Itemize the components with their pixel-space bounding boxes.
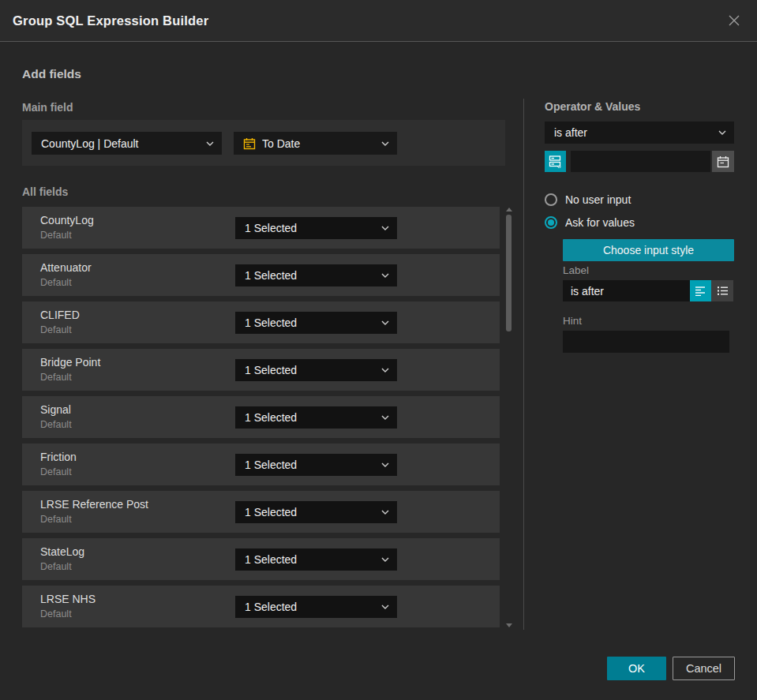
field-name: Bridge Point bbox=[40, 356, 100, 369]
selected-count-label: 1 Selected bbox=[245, 269, 381, 282]
field-sublabel: Default bbox=[40, 277, 72, 288]
value-calendar-button[interactable] bbox=[712, 151, 734, 172]
chevron-down-icon bbox=[381, 320, 389, 325]
field-name: Attenuator bbox=[40, 261, 92, 274]
hint-input[interactable] bbox=[563, 331, 729, 353]
chevron-down-icon bbox=[381, 273, 389, 278]
chevron-down-icon bbox=[381, 510, 389, 515]
scrollbar-down-arrow[interactable] bbox=[506, 623, 512, 627]
choose-input-style-button[interactable]: Choose input style bbox=[563, 239, 734, 261]
single-line-style-button[interactable] bbox=[690, 280, 711, 301]
field-selected-dropdown[interactable]: 1 Selected bbox=[235, 501, 397, 523]
selected-count-label: 1 Selected bbox=[245, 506, 381, 518]
chevron-down-icon bbox=[381, 141, 389, 146]
dialog-title: Group SQL Expression Builder bbox=[13, 13, 208, 28]
radio-ask-for-values[interactable]: Ask for values bbox=[545, 216, 635, 229]
close-icon bbox=[727, 13, 741, 28]
operator-values-heading: Operator & Values bbox=[545, 100, 640, 113]
field-sublabel: Default bbox=[40, 608, 72, 620]
all-fields-list: CountyLog Default 1 Selected Attenuator … bbox=[22, 207, 500, 627]
operator-dropdown[interactable]: is after bbox=[545, 122, 734, 144]
field-sublabel: Default bbox=[40, 419, 72, 430]
radio-circle-icon bbox=[545, 193, 557, 206]
chevron-down-icon bbox=[381, 462, 389, 467]
hint-caption: Hint bbox=[563, 315, 582, 327]
operator-dropdown-value: is after bbox=[554, 126, 718, 139]
chevron-down-icon bbox=[206, 141, 214, 146]
field-sublabel: Default bbox=[40, 230, 72, 241]
field-name: CountyLog bbox=[40, 214, 94, 226]
main-field-date-dropdown[interactable]: To Date bbox=[234, 132, 397, 155]
field-name: LRSE NHS bbox=[40, 593, 96, 605]
field-row: CountyLog Default 1 Selected bbox=[22, 207, 500, 249]
bullet-list-icon bbox=[717, 286, 729, 296]
field-name: Friction bbox=[40, 451, 77, 463]
field-selected-dropdown[interactable]: 1 Selected bbox=[235, 217, 397, 239]
scrollbar-up-arrow[interactable] bbox=[506, 208, 512, 211]
field-row: Bridge Point Default 1 Selected bbox=[22, 349, 500, 391]
selected-count-label: 1 Selected bbox=[245, 459, 381, 471]
value-mode-button[interactable] bbox=[545, 151, 566, 172]
selected-count-label: 1 Selected bbox=[245, 222, 381, 234]
label-input[interactable] bbox=[563, 280, 690, 301]
radio-no-user-input-label: No user input bbox=[565, 193, 631, 206]
calendar-icon bbox=[717, 155, 729, 168]
field-row: Attenuator Default 1 Selected bbox=[22, 254, 500, 296]
stacked-rows-icon bbox=[549, 155, 562, 168]
chevron-down-icon bbox=[381, 605, 389, 609]
field-row: Friction Default 1 Selected bbox=[22, 444, 500, 485]
field-selected-dropdown[interactable]: 1 Selected bbox=[235, 359, 397, 381]
field-sublabel: Default bbox=[40, 324, 72, 335]
cancel-button[interactable]: Cancel bbox=[673, 657, 735, 680]
add-fields-heading: Add fields bbox=[22, 67, 81, 81]
dialog-header: Group SQL Expression Builder bbox=[0, 0, 757, 42]
main-field-heading: Main field bbox=[22, 101, 73, 114]
field-row: LRSE NHS Default 1 Selected bbox=[22, 586, 500, 627]
align-left-icon bbox=[695, 286, 706, 296]
selected-count-label: 1 Selected bbox=[245, 411, 381, 424]
list-style-button[interactable] bbox=[711, 280, 733, 301]
main-field-bar: CountyLog | Default To Date bbox=[22, 120, 505, 166]
main-field-dropdown[interactable]: CountyLog | Default bbox=[32, 132, 222, 155]
group-sql-expression-builder-dialog: Group SQL Expression Builder Add fields … bbox=[0, 0, 757, 700]
main-field-dropdown-value: CountyLog | Default bbox=[41, 137, 206, 150]
chevron-down-icon bbox=[381, 226, 389, 230]
field-row: Signal Default 1 Selected bbox=[22, 396, 500, 438]
panel-divider bbox=[523, 99, 524, 630]
field-sublabel: Default bbox=[40, 466, 72, 477]
field-selected-dropdown[interactable]: 1 Selected bbox=[235, 548, 397, 571]
field-name: CLIFED bbox=[40, 309, 80, 321]
field-name: LRSE Reference Post bbox=[40, 498, 148, 511]
selected-count-label: 1 Selected bbox=[245, 364, 381, 376]
field-selected-dropdown[interactable]: 1 Selected bbox=[235, 454, 397, 476]
field-selected-dropdown[interactable]: 1 Selected bbox=[235, 312, 397, 334]
selected-count-label: 1 Selected bbox=[245, 601, 381, 613]
field-name: Signal bbox=[40, 403, 71, 416]
radio-no-user-input[interactable]: No user input bbox=[545, 193, 631, 206]
chevron-down-icon bbox=[381, 415, 389, 420]
selected-count-label: 1 Selected bbox=[245, 553, 381, 566]
value-input[interactable] bbox=[571, 151, 710, 172]
scrollbar-thumb[interactable] bbox=[506, 215, 512, 331]
chevron-down-icon bbox=[381, 368, 389, 372]
all-fields-heading: All fields bbox=[22, 185, 68, 198]
field-selected-dropdown[interactable]: 1 Selected bbox=[235, 406, 397, 429]
field-sublabel: Default bbox=[40, 561, 72, 572]
selected-count-label: 1 Selected bbox=[245, 316, 381, 329]
field-sublabel: Default bbox=[40, 372, 72, 383]
field-name: StateLog bbox=[40, 545, 84, 558]
chevron-down-icon bbox=[718, 130, 726, 135]
field-row: StateLog Default 1 Selected bbox=[22, 538, 500, 580]
field-row: CLIFED Default 1 Selected bbox=[22, 301, 500, 343]
ok-button[interactable]: OK bbox=[607, 657, 666, 680]
field-row: LRSE Reference Post Default 1 Selected bbox=[22, 491, 500, 533]
field-selected-dropdown[interactable]: 1 Selected bbox=[235, 596, 397, 618]
field-selected-dropdown[interactable]: 1 Selected bbox=[235, 264, 397, 286]
main-field-date-dropdown-value: To Date bbox=[262, 137, 375, 150]
radio-ask-for-values-label: Ask for values bbox=[565, 216, 635, 229]
chevron-down-icon bbox=[381, 557, 389, 562]
field-sublabel: Default bbox=[40, 514, 72, 525]
calendar-icon bbox=[243, 137, 256, 150]
radio-selected-icon bbox=[545, 216, 557, 229]
close-button[interactable] bbox=[725, 12, 743, 29]
